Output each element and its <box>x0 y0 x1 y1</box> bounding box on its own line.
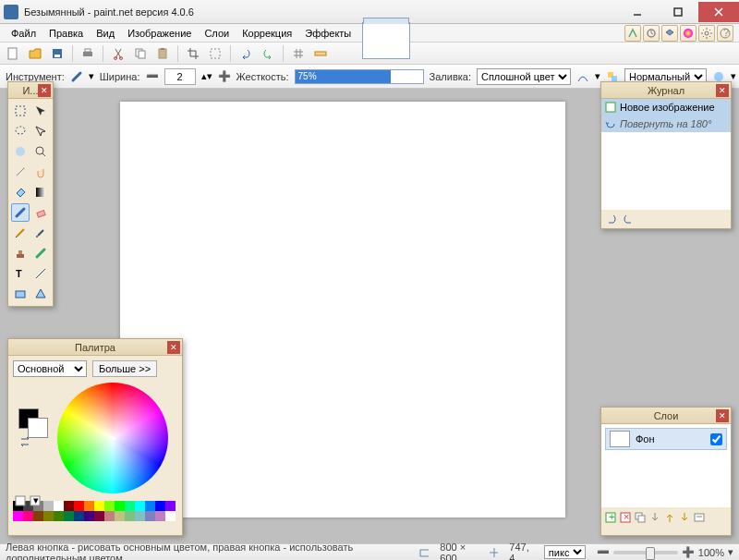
cut-icon[interactable] <box>109 44 127 63</box>
palette-color[interactable] <box>84 501 94 511</box>
canvas[interactable] <box>120 102 565 517</box>
menu-adjust[interactable]: Коррекция <box>236 26 297 41</box>
close-icon[interactable]: ✕ <box>716 84 729 97</box>
close-icon[interactable]: ✕ <box>167 341 180 354</box>
history-panel[interactable]: Журнал ✕ Новое изображение Повернуть на … <box>600 81 732 229</box>
palette-color[interactable] <box>135 511 145 521</box>
palette-color[interactable] <box>54 501 64 511</box>
color-wheel[interactable] <box>57 383 168 493</box>
delete-layer-icon[interactable]: × <box>619 511 632 524</box>
menu-effects[interactable]: Эффекты <box>299 26 357 41</box>
current-tool-icon[interactable] <box>70 67 83 86</box>
document-thumbnail[interactable] <box>362 22 410 59</box>
rect-tool[interactable] <box>11 285 30 303</box>
open-icon[interactable] <box>26 44 44 63</box>
hardness-slider[interactable]: 75% <box>295 69 424 84</box>
layer-row[interactable]: Фон <box>605 428 727 450</box>
move-selection-tool[interactable] <box>31 122 50 140</box>
tools-panel[interactable]: И... ✕ T <box>7 81 54 307</box>
layers-panel-header[interactable]: Слои ✕ <box>601 408 731 424</box>
tool-dropdown-icon[interactable]: ▾ <box>89 70 94 82</box>
zoom-dropdown-icon[interactable]: ▾ <box>728 546 733 558</box>
palette-color[interactable] <box>155 511 165 521</box>
menu-edit[interactable]: Правка <box>43 26 89 41</box>
width-input[interactable] <box>164 68 196 85</box>
paste-icon[interactable] <box>153 44 172 63</box>
minimize-button[interactable] <box>617 2 658 22</box>
zoom-in-icon[interactable]: ➕ <box>682 546 695 558</box>
close-icon[interactable]: ✕ <box>38 84 51 97</box>
tools-panel-header[interactable]: И... ✕ <box>8 82 53 99</box>
move-down-icon[interactable] <box>678 511 691 524</box>
palette-color[interactable] <box>165 501 176 511</box>
move-up-icon[interactable] <box>663 511 676 524</box>
menu-image[interactable]: Изображение <box>122 26 197 41</box>
layers-toggle-icon[interactable] <box>661 25 678 42</box>
palette-color[interactable] <box>74 501 84 511</box>
copy-icon[interactable] <box>131 44 150 63</box>
palette-color[interactable] <box>84 511 94 521</box>
print-icon[interactable] <box>79 44 97 63</box>
pencil-tool[interactable] <box>11 224 30 242</box>
color-wheel-cursor[interactable] <box>111 436 116 442</box>
palette-panel[interactable]: Палитра ✕ Основной Больше >> <box>7 338 183 536</box>
color-mode-select[interactable]: Основной <box>13 360 87 377</box>
maximize-button[interactable] <box>658 2 698 22</box>
clone-tool[interactable] <box>11 244 30 262</box>
fill-tool[interactable] <box>11 183 30 201</box>
menu-layers[interactable]: Слои <box>199 26 235 41</box>
history-toggle-icon[interactable] <box>643 25 660 42</box>
add-palette-icon[interactable] <box>14 494 27 507</box>
pan-tool[interactable] <box>31 163 50 181</box>
recolor-tool[interactable] <box>31 244 50 262</box>
zoom-tool[interactable] <box>31 142 50 161</box>
zoom-out-icon[interactable]: ➖ <box>597 546 610 558</box>
width-increase-icon[interactable]: ➕ <box>218 67 231 86</box>
width-decrease-icon[interactable]: ➖ <box>146 67 159 86</box>
palette-color[interactable] <box>33 511 43 521</box>
palette-color[interactable] <box>94 501 104 511</box>
tools-toggle-icon[interactable] <box>624 25 641 42</box>
palette-color[interactable] <box>125 511 135 521</box>
palette-color[interactable] <box>145 511 155 521</box>
palette-panel-header[interactable]: Палитра ✕ <box>8 339 182 356</box>
palette-color[interactable] <box>13 511 23 521</box>
swap-colors-icon[interactable] <box>18 434 33 449</box>
palette-color[interactable] <box>23 511 33 521</box>
history-item[interactable]: Новое изображение <box>601 99 731 116</box>
history-item[interactable]: Повернуть на 180° <box>601 116 731 132</box>
undo-icon[interactable] <box>236 44 255 63</box>
palette-color[interactable] <box>155 501 165 511</box>
layers-panel[interactable]: Слои ✕ Фон + × <box>600 407 732 536</box>
lasso-tool[interactable] <box>11 122 30 140</box>
move-tool[interactable] <box>31 102 50 120</box>
undo-icon[interactable] <box>605 213 618 225</box>
palette-color[interactable] <box>94 511 104 521</box>
width-spinner[interactable]: ▴▾ <box>201 70 212 82</box>
layer-visible-checkbox[interactable] <box>710 433 722 445</box>
units-select[interactable]: пикс <box>544 545 586 559</box>
save-icon[interactable] <box>48 44 67 63</box>
new-icon[interactable] <box>4 44 22 63</box>
rect-select-tool[interactable] <box>11 102 30 120</box>
deselect-icon[interactable] <box>206 44 224 63</box>
colors-toggle-icon[interactable] <box>680 25 697 42</box>
eraser-tool[interactable] <box>31 203 50 222</box>
close-icon[interactable]: ✕ <box>716 409 729 422</box>
palette-color[interactable] <box>165 511 176 521</box>
palette-color[interactable] <box>43 511 54 521</box>
palette-color[interactable] <box>145 501 155 511</box>
palette-color[interactable] <box>104 511 115 521</box>
ellipse-select-tool[interactable] <box>11 142 30 161</box>
paintbrush-tool[interactable] <box>11 203 30 222</box>
palette-color[interactable] <box>125 501 135 511</box>
palette-color[interactable] <box>115 501 125 511</box>
merge-down-icon[interactable] <box>648 511 661 524</box>
history-panel-header[interactable]: Журнал ✕ <box>601 82 731 99</box>
palette-color[interactable] <box>64 501 74 511</box>
crop-icon[interactable] <box>184 44 202 63</box>
palette-color[interactable] <box>64 511 74 521</box>
add-layer-icon[interactable]: + <box>604 511 617 524</box>
menu-view[interactable]: Вид <box>91 26 120 41</box>
palette-color[interactable] <box>135 501 145 511</box>
